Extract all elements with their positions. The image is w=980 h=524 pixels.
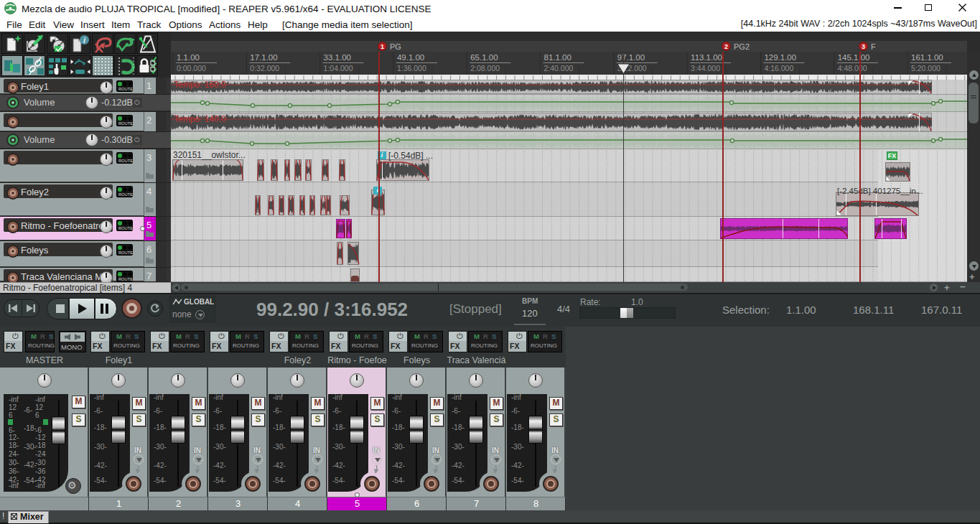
svg-text:97.1.00: 97.1.00 [617,53,645,62]
svg-text:0:32.000: 0:32.000 [250,64,279,72]
svg-text:145.1.00: 145.1.00 [838,53,870,62]
svg-text:2:40.000: 2:40.000 [544,64,574,72]
svg-text:2:08.000: 2:08.000 [470,64,500,72]
svg-text:129.1.00: 129.1.00 [764,53,796,62]
svg-text:0:00.000: 0:00.000 [177,64,206,72]
svg-text:49.1.00: 49.1.00 [397,53,424,62]
svg-text:1:04.000: 1:04.000 [324,64,353,72]
svg-text:1.1.00: 1.1.00 [177,53,200,62]
svg-text:17.1.00: 17.1.00 [250,53,277,62]
svg-text:5:20.000: 5:20.000 [911,64,941,72]
svg-text:1:36.000: 1:36.000 [397,64,426,72]
svg-text:113.1.00: 113.1.00 [691,53,722,62]
svg-text:65.1.00: 65.1.00 [470,53,498,62]
svg-text:4:48.000: 4:48.000 [838,64,867,72]
svg-text:4:16.000: 4:16.000 [764,64,793,72]
svg-text:3:44.000: 3:44.000 [691,64,720,72]
svg-text:81.1.00: 81.1.00 [544,53,571,62]
svg-text:33.1.00: 33.1.00 [324,53,351,62]
svg-text:161.1.00: 161.1.00 [911,53,943,62]
